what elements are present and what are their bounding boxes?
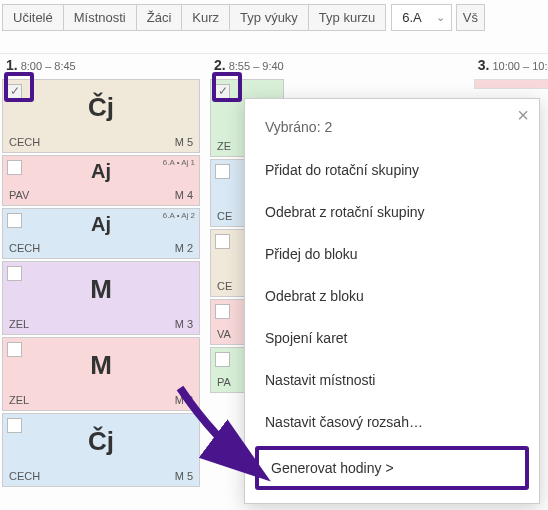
empty-slot [474, 79, 548, 89]
card-checkbox[interactable] [215, 164, 230, 179]
empty-slots [474, 79, 548, 89]
period-number: 1. [6, 57, 18, 73]
card-room: M 2 [175, 242, 193, 254]
card-subject: Čj [3, 80, 199, 133]
card-checkbox[interactable] [7, 160, 22, 175]
card-teacher: CECH [9, 242, 40, 254]
card-teacher: PA [217, 376, 231, 388]
card-room: M 3 [175, 394, 193, 406]
period-header: 3. 10:00 – 10:45 [474, 54, 548, 79]
lesson-card[interactable]: 6.A • Aj 2 Aj CECH M 2 [2, 208, 200, 259]
filter-course[interactable]: Kurz [181, 4, 230, 31]
card-tag: 6.A • Aj 1 [163, 158, 195, 167]
period-time: 8:00 – 8:45 [21, 60, 76, 72]
card-checkbox[interactable] [215, 304, 230, 319]
ctx-remove-rotation[interactable]: Odebrat z rotační skupiny [245, 191, 539, 233]
filter-course-type[interactable]: Typ kurzu [308, 4, 386, 31]
class-select-value: 6.A [402, 10, 422, 25]
ctx-set-timerange[interactable]: Nastavit časový rozsah… [245, 401, 539, 443]
card-checkbox[interactable] [215, 84, 230, 99]
ctx-remove-block[interactable]: Odebrat z bloku [245, 275, 539, 317]
card-room: M 3 [175, 318, 193, 330]
card-checkbox[interactable] [215, 234, 230, 249]
card-teacher: ZEL [9, 394, 29, 406]
card-teacher: VA [217, 328, 231, 340]
card-subject: Čj [3, 414, 199, 467]
card-teacher: ZE [217, 140, 231, 152]
card-teacher: CECH [9, 470, 40, 482]
filter-lesson-type[interactable]: Typ výuky [229, 4, 309, 31]
period-header: 2. 8:55 – 9:40 [210, 54, 284, 79]
card-room: M 5 [175, 470, 193, 482]
filter-teachers[interactable]: Učitelé [2, 4, 64, 31]
card-tag: 6.A • Aj 2 [163, 211, 195, 220]
card-teacher: PAV [9, 189, 29, 201]
period-column-1: 1. 8:00 – 8:45 Čj CECH M 5 6.A • Aj 1 Aj… [2, 54, 200, 489]
ctx-add-rotation[interactable]: Přidat do rotační skupiny [245, 149, 539, 191]
card-checkbox[interactable] [7, 266, 22, 281]
chevron-down-icon: ⌄ [436, 11, 445, 24]
close-icon[interactable]: × [517, 105, 529, 125]
filter-bar: Učitelé Místnosti Žáci Kurz Typ výuky Ty… [0, 0, 548, 31]
lesson-card[interactable]: M ZEL M 3 [2, 337, 200, 411]
ctx-join-cards[interactable]: Spojení karet [245, 317, 539, 359]
context-menu-title: Vybráno: 2 [245, 99, 539, 149]
period-number: 3. [478, 57, 490, 73]
card-teacher: ZEL [9, 318, 29, 330]
period-time: 8:55 – 9:40 [229, 60, 284, 72]
card-subject: M [3, 338, 199, 391]
card-checkbox[interactable] [7, 342, 22, 357]
lesson-card[interactable]: M ZEL M 3 [2, 261, 200, 335]
card-checkbox[interactable] [7, 213, 22, 228]
period-time: 10:00 – 10:45 [492, 60, 548, 72]
period-header: 1. 8:00 – 8:45 [2, 54, 200, 79]
class-select[interactable]: 6.A ⌄ [391, 4, 452, 31]
card-teacher: CE [217, 280, 232, 292]
ctx-set-rooms[interactable]: Nastavit místnosti [245, 359, 539, 401]
card-teacher: CECH [9, 136, 40, 148]
context-menu: × Vybráno: 2 Přidat do rotační skupiny O… [244, 98, 540, 504]
card-teacher: CE [217, 210, 232, 222]
lesson-card[interactable]: 6.A • Aj 1 Aj PAV M 4 [2, 155, 200, 206]
lesson-card[interactable]: Čj CECH M 5 [2, 413, 200, 487]
card-checkbox[interactable] [215, 352, 230, 367]
card-subject: M [3, 262, 199, 315]
card-checkbox[interactable] [7, 84, 22, 99]
filter-all[interactable]: Vš [456, 4, 485, 31]
card-checkbox[interactable] [7, 418, 22, 433]
lesson-card[interactable]: Čj CECH M 5 [2, 79, 200, 153]
ctx-generate-hours[interactable]: Generovat hodiny > [255, 446, 529, 490]
card-room: M 4 [175, 189, 193, 201]
filter-rooms[interactable]: Místnosti [63, 4, 137, 31]
card-room: M 5 [175, 136, 193, 148]
ctx-add-block[interactable]: Přidej do bloku [245, 233, 539, 275]
period-number: 2. [214, 57, 226, 73]
filter-students[interactable]: Žáci [136, 4, 183, 31]
